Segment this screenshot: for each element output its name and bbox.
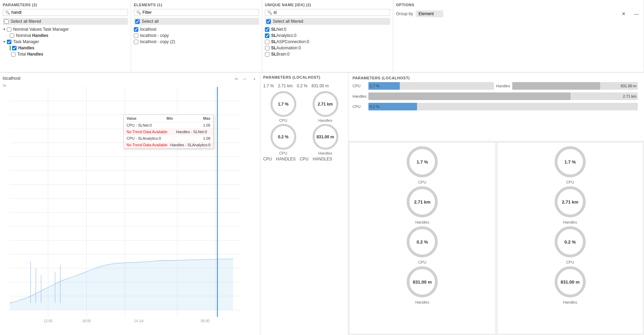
tree-checkbox[interactable]	[265, 52, 269, 57]
close-button[interactable]: ✕	[620, 10, 628, 17]
list-item[interactable]: Handles	[3, 45, 128, 51]
bottom-panel: localhost m ··· › %	[0, 72, 644, 335]
tree-label: SLBrain:0	[271, 52, 289, 57]
list-item[interactable]: ▼ Task Manager	[3, 39, 128, 45]
bar-value: 831.00 m	[621, 84, 636, 88]
list-item[interactable]: SLAutomation:0	[265, 45, 390, 51]
elements-section: ELEMENTS (1) 🔍 Select all localhost loca…	[131, 0, 262, 72]
tree-checkbox[interactable]	[265, 46, 269, 50]
parameters-select-all-checkbox[interactable]	[4, 19, 9, 24]
tree-checkbox[interactable]	[265, 33, 269, 38]
gauge-big-handles1: 2.71 km	[407, 186, 438, 217]
unique-name-search-input[interactable]	[274, 10, 388, 15]
list-item[interactable]: SLBrain:0	[265, 51, 390, 57]
gauge-big-cpu1b: 0.2 %	[407, 226, 438, 257]
svg-text:06:00: 06:00	[201, 319, 210, 323]
gauge-item: 831.00 m Handles	[313, 124, 338, 155]
bar-row: CPU 1.7 % Handles 831.00 m	[353, 82, 640, 90]
tree-checkbox[interactable]	[7, 27, 11, 32]
chart-x-label: m	[235, 77, 238, 81]
gauge-big-label: CPU	[418, 260, 426, 264]
gauge-big-handles2: 2.71 km	[555, 186, 586, 217]
tooltip-label: CPU - SLAnalytics:0	[127, 136, 161, 140]
parameters-search-icon: 🔍	[5, 10, 10, 15]
parameters-select-all-row[interactable]: Select all filtered	[3, 18, 128, 25]
bar-track: 2.71 km	[368, 92, 638, 100]
tree-label: localhost - copy	[140, 33, 169, 38]
list-item[interactable]: localhost - copy (2)	[134, 39, 259, 45]
tooltip-no-data: No Trend Data Available	[127, 130, 167, 134]
tree-checkbox[interactable]	[134, 33, 138, 38]
bar-value: 0.2 %	[370, 105, 379, 109]
bar-row: Handles 2.71 km	[353, 92, 640, 100]
list-item[interactable]: localhost - copy	[134, 32, 259, 39]
elements-select-all-row[interactable]: Select all	[134, 18, 259, 25]
tree-label: localhost	[140, 27, 156, 32]
gauge-big-label: Handles	[415, 300, 429, 304]
unique-name-search-box[interactable]: 🔍	[265, 9, 390, 16]
tooltip-value-col: Value	[127, 116, 137, 120]
tooltip-no-data: No Trend Data Available	[127, 143, 167, 147]
bar-fill	[512, 82, 600, 90]
list-item[interactable]: SLNet:0	[265, 26, 390, 32]
unique-name-select-all-row[interactable]: Select all filtered	[265, 18, 390, 25]
params-val: 831.00 m	[311, 83, 329, 88]
tree-checkbox[interactable]	[134, 40, 138, 44]
unique-name-select-all-checkbox[interactable]	[266, 19, 271, 24]
gauge-circle: 0.2 %	[270, 124, 296, 150]
col-label: CPU	[300, 157, 308, 161]
parameters-header: PARAMETERS (2)	[3, 3, 128, 7]
tree-checkbox[interactable]	[7, 40, 11, 44]
chevron-down-icon: ▼	[3, 40, 6, 43]
chart-more-button[interactable]: ···	[241, 75, 249, 82]
elements-header: ELEMENTS (1)	[134, 3, 259, 7]
right-panels: PARAMETERS (LOCALHOST) CPU 1.7 % Handles…	[348, 72, 644, 335]
col-label: HANDLES	[276, 157, 296, 161]
gauge-label: CPU	[279, 118, 287, 122]
tree-label: Handles	[18, 46, 34, 50]
tree-checkbox[interactable]	[134, 27, 138, 32]
gauge-big-label: CPU	[418, 180, 426, 184]
gauge-row: 1.7 % CPU 2.71 km Handles	[263, 91, 345, 122]
list-item[interactable]: SLASPConnection:0	[265, 39, 390, 45]
chevron-down-icon: ▼	[3, 28, 6, 31]
top-panel: PARAMETERS (2) 🔍 Select all filtered ▼ N…	[0, 0, 644, 72]
tree-checkbox[interactable]	[12, 46, 17, 50]
gauge-panel-2: 1.7 % CPU 2.71 km Handles 0.2 % CPU 831.…	[498, 143, 643, 334]
tree-label: Nominal Handles	[16, 33, 48, 38]
minimize-button[interactable]: —	[632, 10, 641, 17]
list-item[interactable]: SLAnalytics:0	[265, 32, 390, 39]
gauge-circle: 1.7 %	[270, 91, 296, 117]
bar-row: CPU 0.2 %	[353, 103, 640, 110]
group-by-label: Group by	[396, 11, 413, 16]
elements-search-box[interactable]: 🔍	[134, 9, 259, 16]
gauge-panel-1: 1.7 % CPU 2.71 km Handles 0.2 % CPU 831.…	[350, 143, 495, 334]
parameters-search-input[interactable]	[11, 10, 126, 15]
right-top-title: PARAMETERS (LOCALHOST)	[353, 76, 640, 80]
tooltip-val: 1.00	[203, 136, 210, 140]
chart-expand-button[interactable]: ›	[251, 75, 257, 82]
gauge-item: 0.2 % CPU	[270, 124, 296, 155]
list-item[interactable]: Total Handles	[3, 51, 128, 57]
chart-tooltip: Value Min Max CPU - SLNet:0 1.05 No Tren…	[123, 115, 214, 149]
elements-search-input[interactable]	[142, 10, 257, 15]
tooltip-label: CPU - SLNet:0	[127, 123, 161, 127]
tree-checkbox[interactable]	[265, 27, 269, 32]
col-label: HANDLES	[313, 157, 332, 161]
parameters-search-box[interactable]: 🔍	[3, 9, 128, 16]
elements-select-all-checkbox[interactable]	[135, 19, 140, 24]
group-by-input[interactable]: Element	[416, 10, 443, 17]
unique-name-header: UNIQUE NAME [IDX] (2)	[265, 3, 390, 7]
gauge-big-label: CPU	[566, 180, 574, 184]
list-item[interactable]: ▼ Nominal Values Task Manager	[3, 26, 128, 32]
list-item[interactable]: localhost	[134, 26, 259, 32]
params-val: 0.2 %	[297, 83, 307, 88]
gauge-big-handles1b: 831.00 m	[407, 266, 438, 297]
tree-checkbox[interactable]	[265, 40, 269, 44]
tree-label: Task Manager	[13, 39, 39, 44]
list-item[interactable]: Nominal Handles	[3, 32, 128, 39]
tree-checkbox[interactable]	[11, 52, 16, 57]
gauge-big-label: Handles	[415, 220, 429, 224]
tree-checkbox[interactable]	[10, 33, 14, 38]
tree-label: SLNet:0	[271, 27, 286, 32]
